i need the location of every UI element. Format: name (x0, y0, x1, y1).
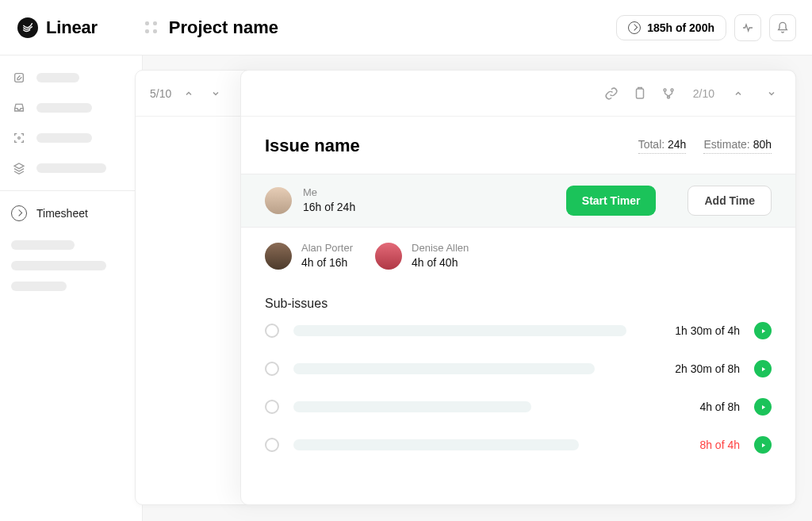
sub-issues-list: 1h 30m of 4h 2h 30m of 8h 4h of 8h 8h of… (241, 322, 795, 458)
gauge-icon (628, 21, 641, 34)
svg-rect-0 (15, 74, 24, 82)
inbox-icon (11, 100, 27, 116)
project-hours-text: 185h of 200h (647, 21, 714, 34)
sub-issue-row[interactable]: 2h 30m of 8h (265, 360, 772, 377)
issue-totals: Total: 24h Estimate: 80h (638, 138, 772, 154)
sidebar-item[interactable] (11, 100, 131, 116)
sidebar-item[interactable] (11, 130, 131, 146)
link-icon[interactable] (604, 86, 619, 101)
prev-button[interactable] (179, 84, 198, 103)
assignee-me-info: Me 16h of 24h (303, 186, 355, 214)
svg-rect-2 (636, 89, 643, 98)
project-hours-pill[interactable]: 185h of 200h (616, 15, 726, 40)
add-time-button[interactable]: Add Time (688, 186, 772, 216)
sidebar-item-label: Timesheet (36, 207, 88, 220)
start-timer-button[interactable]: Start Timer (566, 186, 657, 216)
project-title: Project name (169, 17, 278, 38)
sub-issue-row[interactable]: 8h of 4h (265, 436, 772, 454)
avatar (265, 187, 292, 214)
sub-issue-placeholder (293, 401, 531, 412)
sub-issue-time: 2h 30m of 8h (675, 362, 740, 375)
drag-handle-icon[interactable] (145, 21, 158, 34)
sidebar-item[interactable] (11, 160, 131, 176)
watcher: Alan Porter 4h of 16h (265, 242, 353, 270)
sub-issues-label: Sub-issues (241, 276, 795, 322)
edit-icon (11, 70, 27, 86)
logo-icon (17, 17, 38, 38)
issue-panel: 2/10 Issue name Total: 24h Estimate: 80h… (240, 70, 796, 505)
issue-toolbar: 2/10 (241, 71, 795, 117)
watcher: Denise Allen 4h of 40h (375, 242, 469, 270)
notifications-button[interactable] (769, 14, 796, 41)
sidebar-item-placeholder (36, 73, 79, 82)
sidebar-item-placeholder (36, 133, 92, 143)
status-circle-icon[interactable] (265, 400, 279, 414)
next-button[interactable] (206, 84, 225, 103)
assignee-me-row: Me 16h of 24h Start Timer Add Time (241, 174, 795, 228)
avatar (265, 243, 292, 270)
sidebar-item-placeholder (36, 163, 106, 173)
topbar: Linear Project name 185h of 200h (0, 0, 812, 56)
status-circle-icon[interactable] (265, 438, 279, 452)
assignee-hours: 16h of 24h (303, 200, 355, 214)
activity-button[interactable] (734, 14, 761, 41)
issue-next-button[interactable] (762, 84, 781, 103)
issue-total: Total: 24h (638, 138, 687, 154)
sidebar-divider (0, 190, 142, 191)
start-timer-icon-button[interactable] (754, 322, 772, 339)
svg-point-1 (18, 137, 21, 140)
branch-icon[interactable] (661, 86, 676, 101)
sub-issue-row[interactable]: 4h of 8h (265, 398, 772, 416)
avatar (375, 243, 402, 270)
clipboard-icon[interactable] (633, 86, 647, 101)
sidebar-recent-placeholder (11, 240, 131, 291)
app-logo[interactable]: Linear (17, 17, 98, 38)
sub-issue-time: 4h of 8h (699, 400, 740, 413)
issue-title: Issue name (265, 136, 360, 156)
issue-prev-button[interactable] (729, 84, 748, 103)
watcher-hours: 4h of 16h (301, 255, 353, 270)
watcher-hours: 4h of 40h (412, 255, 469, 270)
sidebar-item-timesheet[interactable]: Timesheet (11, 205, 131, 221)
app-name: Linear (46, 17, 98, 38)
start-timer-icon-button[interactable] (754, 436, 772, 454)
issue-estimate: Estimate: 80h (703, 138, 772, 154)
status-circle-icon[interactable] (265, 324, 279, 338)
layers-icon (11, 160, 27, 176)
start-timer-icon-button[interactable] (754, 398, 772, 416)
pager-counter: 5/10 (150, 87, 171, 100)
timesheet-icon (11, 205, 27, 221)
focus-icon (11, 130, 27, 146)
watchers-row: Alan Porter 4h of 16h Denise Allen 4h of… (241, 228, 795, 276)
watcher-name: Alan Porter (301, 242, 353, 255)
start-timer-icon-button[interactable] (754, 360, 772, 377)
sub-issue-placeholder (293, 439, 579, 450)
sidebar-item-placeholder (36, 103, 92, 113)
sidebar-item[interactable] (11, 70, 131, 86)
issue-pager: 2/10 (693, 87, 714, 100)
assignee-name: Me (303, 186, 355, 200)
project-title-group: Project name (145, 17, 278, 38)
svg-point-4 (671, 89, 673, 91)
sub-issue-time: 8h of 4h (699, 439, 740, 451)
svg-point-3 (664, 89, 666, 91)
sub-issue-placeholder (293, 325, 626, 336)
sub-issue-placeholder (293, 363, 595, 374)
sidebar: Timesheet (0, 56, 143, 521)
sub-issue-row[interactable]: 1h 30m of 4h (265, 322, 772, 339)
issue-header: Issue name Total: 24h Estimate: 80h (241, 117, 795, 174)
status-circle-icon[interactable] (265, 362, 279, 376)
watcher-name: Denise Allen (412, 242, 469, 255)
sub-issue-time: 1h 30m of 4h (675, 324, 740, 337)
